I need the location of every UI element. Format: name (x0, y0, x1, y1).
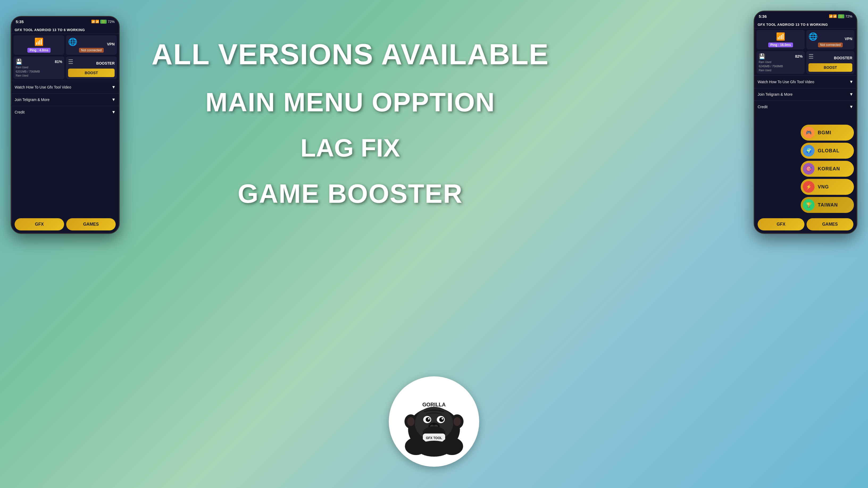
center-headline3: LAG FIX (301, 133, 400, 162)
right-wifi-card[interactable]: 📶 Ping : 16.0ms (756, 30, 805, 50)
right-wifi-icon: 📶 (776, 32, 785, 41)
right-battery: 🟩 (838, 14, 844, 18)
right-join-telegram-arrow: ▼ (849, 92, 854, 97)
right-time: 5:36 (759, 14, 767, 19)
right-bottom-buttons: GFX GAMES (754, 216, 857, 233)
left-ram-percent: 81% (55, 60, 62, 64)
left-boost-button[interactable]: BOOST (68, 69, 115, 77)
left-credit-label: Credit (14, 110, 25, 114)
right-taiwan-avatar: 🏆 (803, 199, 814, 211)
right-watch-video-arrow: ▼ (849, 79, 854, 84)
svg-point-11 (442, 418, 443, 420)
center-headline1: ALL VERSIONS AVAILABLE (152, 37, 549, 71)
right-games-button[interactable]: GAMES (807, 218, 854, 230)
left-booster-icon: ☰ (68, 59, 73, 65)
right-vng-label: VNG (818, 184, 829, 190)
left-ram-icon: 💾 (16, 59, 22, 65)
right-bgmi-button[interactable]: 🎮 BGMI (801, 125, 854, 140)
right-spacer: 🎮 BGMI 🌍 GLOBAL 🎯 KOREAN ⚡ VNG 🏆 T (754, 113, 857, 216)
svg-point-10 (428, 418, 430, 420)
right-vpn-label: VPN (845, 37, 852, 41)
right-bgmi-avatar: 🎮 (803, 127, 814, 138)
right-ram-used2: Ram Used (759, 69, 803, 72)
left-ram-used2: Ram Used (16, 74, 62, 77)
right-watch-video-accordion[interactable]: Watch How To Use Gfx Tool Video ▼ (754, 75, 857, 88)
right-taiwan-button[interactable]: 🏆 TAIWAN (801, 197, 854, 213)
right-ping: Ping : 16.0ms (768, 42, 793, 47)
svg-point-3 (407, 417, 414, 426)
left-booster-card: ☰ BOOSTER BOOST (66, 56, 117, 79)
right-global-label: GLOBAL (818, 148, 840, 154)
svg-point-9 (439, 417, 444, 422)
left-games-button[interactable]: GAMES (66, 218, 116, 230)
left-vpn-label: VPN (107, 42, 115, 46)
left-phone-screen: 5:35 📶📶 🟩 72% GFX TOOL ANDROID 13 TO 6 W… (11, 17, 119, 233)
svg-text:GFX TOOL: GFX TOOL (426, 436, 442, 440)
right-credit-arrow: ▼ (849, 104, 854, 109)
center-headline2: MAIN MENU OPPTION (205, 87, 495, 118)
right-join-telegram-label: Join Teligram & More (757, 92, 793, 96)
left-credit-accordion[interactable]: Credit ▼ (11, 106, 119, 118)
center-headline4: GAME BOOSTER (238, 178, 463, 209)
left-booster-label: BOOSTER (96, 61, 115, 65)
gorilla-logo: GFX TOOL GORILLA (389, 377, 479, 467)
right-ram-booster-row: 💾 82% Ram Used 6245MB / 7568MB Ram Used … (754, 51, 857, 75)
right-booster-label: BOOSTER (834, 56, 852, 60)
left-ram-booster-row: 💾 81% Ram Used 6201MB / 7568MB Ram Used … (11, 56, 119, 81)
right-app-title: GFX TOOL ANDROID 13 TO 6 WORKING (754, 21, 857, 28)
right-vpn-card[interactable]: 🌐 VPN Not connected (806, 30, 855, 50)
left-vpn-card[interactable]: 🌐 VPN Not connected (66, 35, 117, 55)
right-global-avatar: 🌍 (803, 145, 814, 157)
left-ram-card: 💾 81% Ram Used 6201MB / 7568MB Ram Used (13, 56, 64, 79)
right-ram-icon: 💾 (759, 53, 765, 60)
right-gfx-button[interactable]: GFX (757, 218, 804, 230)
right-credit-accordion[interactable]: Credit ▼ (754, 100, 857, 113)
svg-point-8 (426, 417, 431, 422)
svg-text:GORILLA: GORILLA (422, 402, 446, 408)
left-watch-video-accordion[interactable]: Watch How To Use Gfx Tool Video ▼ (11, 81, 119, 93)
right-korean-avatar: 🎯 (803, 163, 814, 175)
right-signal-icons: 📶📶 (829, 14, 837, 18)
right-credit-label: Credit (757, 105, 768, 109)
right-bgmi-label: BGMI (818, 130, 831, 135)
right-not-connected: Not connected (818, 42, 843, 47)
right-battery-pct: 72% (845, 14, 852, 18)
gorilla-svg: GFX TOOL GORILLA (394, 382, 474, 461)
left-spacer (11, 118, 119, 216)
center-content: ALL VERSIONS AVAILABLE MAIN MENU OPPTION… (114, 16, 586, 472)
left-time: 5:35 (16, 20, 24, 24)
left-battery: 🟩 (100, 20, 106, 24)
right-booster-icon: ☰ (808, 53, 814, 60)
right-join-telegram-accordion[interactable]: Join Teligram & More ▼ (754, 88, 857, 100)
left-ping: Ping : 4.0ms (27, 48, 51, 53)
right-korean-label: KOREAN (818, 166, 840, 172)
left-join-telegram-label: Join Teligram & More (14, 98, 50, 102)
left-wifi-card[interactable]: 📶 Ping : 4.0ms (13, 35, 64, 55)
right-ram-detail: 6245MB / 7568MB (759, 65, 803, 68)
right-phone: 5:36 📶📶 🟩 72% GFX TOOL ANDROID 13 TO 6 W… (754, 11, 857, 234)
right-vng-avatar: ⚡ (803, 181, 814, 193)
right-vpn-icon: 🌐 (808, 32, 818, 41)
right-vng-button[interactable]: ⚡ VNG (801, 179, 854, 195)
right-status-bar: 5:36 📶📶 🟩 72% (754, 11, 857, 21)
right-booster-card: ☰ BOOSTER BOOST (806, 51, 855, 74)
right-korean-button[interactable]: 🎯 KOREAN (801, 161, 854, 177)
right-ram-used-label: Ram Used (759, 61, 803, 64)
left-not-connected: Not connected (79, 48, 104, 53)
left-gfx-button[interactable]: GFX (14, 218, 64, 230)
right-phone-screen: 5:36 📶📶 🟩 72% GFX TOOL ANDROID 13 TO 6 W… (754, 11, 857, 233)
left-status-bar: 5:35 📶📶 🟩 72% (11, 17, 119, 26)
left-join-telegram-accordion[interactable]: Join Teligram & More ▼ (11, 93, 119, 106)
left-wifi-icon: 📶 (34, 37, 43, 46)
right-boost-button[interactable]: BOOST (808, 63, 852, 72)
right-watch-video-label: Watch How To Use Gfx Tool Video (757, 80, 814, 84)
right-ram-percent: 82% (795, 54, 803, 59)
left-signal-icons: 📶📶 (91, 20, 99, 23)
right-taiwan-label: TAIWAN (818, 202, 838, 208)
right-wifi-vpn-row: 📶 Ping : 16.0ms 🌐 VPN Not connected (754, 28, 857, 51)
right-global-button[interactable]: 🌍 GLOBAL (801, 143, 854, 159)
left-ram-used-label: Ram Used (16, 66, 62, 69)
left-phone: 5:35 📶📶 🟩 72% GFX TOOL ANDROID 13 TO 6 W… (11, 16, 120, 234)
left-ram-detail: 6201MB / 7568MB (16, 70, 62, 73)
left-vpn-icon: 🌐 (68, 37, 78, 46)
